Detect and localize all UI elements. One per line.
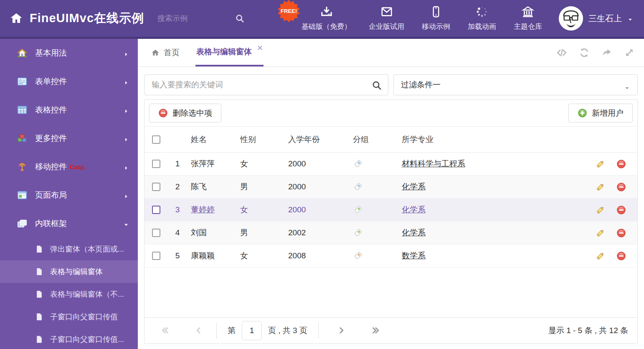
row-index: 5 <box>175 251 180 260</box>
delete-icon[interactable] <box>616 205 626 215</box>
last-page-button[interactable] <box>371 326 380 335</box>
sidebar-item[interactable]: 表单控件 <box>0 67 138 96</box>
layout-icon <box>17 190 28 201</box>
expand-icon[interactable] <box>624 47 635 58</box>
header-nav-label: 移动示例 <box>422 22 450 31</box>
main-content: 首页 表格与编辑窗体 过滤条件一 删除选中项 新增用户 <box>138 39 644 349</box>
corp-badge: Corp. <box>70 163 86 171</box>
header-nav-label: 主题仓库 <box>514 22 542 31</box>
sidebar-subitem[interactable]: 弹出窗体（本页面或... <box>0 238 138 260</box>
sidebar-item[interactable]: 更多控件 <box>0 124 138 153</box>
add-user-button[interactable]: 新增用户 <box>568 104 633 122</box>
record-summary: 显示 1 - 5 条 , 共 12 条 <box>548 325 628 336</box>
table-header: 姓名 性别 入学年份 分组 所学专业 <box>145 127 637 153</box>
frames-icon <box>17 218 28 229</box>
keyword-search-box[interactable] <box>144 74 388 95</box>
search-icon[interactable] <box>235 14 244 23</box>
delete-icon[interactable] <box>616 182 626 192</box>
major-link[interactable]: 化学系 <box>402 228 426 237</box>
header-nav-label: 基础版（免费） <box>302 22 351 31</box>
major-link[interactable]: 化学系 <box>402 205 426 214</box>
form-icon <box>17 76 28 87</box>
sidebar-subitem[interactable]: 子窗口向父窗口传值 <box>0 306 138 328</box>
student-name: 刘国 <box>191 228 207 237</box>
delete-icon[interactable] <box>616 251 626 261</box>
sidebar-item-label: 表单控件 <box>35 76 67 87</box>
first-page-button[interactable] <box>160 326 170 335</box>
next-page-button[interactable] <box>336 326 346 335</box>
major-link[interactable]: 材料科学与工程系 <box>402 159 465 168</box>
sidebar-item[interactable]: 基本用法 <box>0 39 138 67</box>
edit-icon[interactable] <box>596 159 605 169</box>
sidebar-item[interactable]: 页面布局 <box>0 181 138 209</box>
major-link[interactable]: 化学系 <box>402 182 426 191</box>
header-search-input[interactable]: 搜索示例 <box>157 13 244 23</box>
edit-icon[interactable] <box>596 182 605 192</box>
row-checkbox[interactable] <box>152 252 160 260</box>
file-icon <box>35 267 43 276</box>
caret-down-icon <box>624 84 630 88</box>
sidebar-subitem[interactable]: 子窗口向父窗口传值... <box>0 328 138 349</box>
tab-grid-edit-window[interactable]: 表格与编辑窗体 <box>195 39 264 66</box>
cell-gender: 男 <box>237 181 285 192</box>
close-icon[interactable] <box>257 43 263 49</box>
row-index: 1 <box>175 159 180 168</box>
col-gender: 性别 <box>237 134 285 145</box>
plus-circle-icon <box>578 108 587 118</box>
mobile-icon <box>430 5 442 18</box>
sidebar-item[interactable]: 内联框架 <box>0 209 138 238</box>
chevron-down-icon <box>124 221 129 227</box>
select-all-checkbox[interactable] <box>152 135 160 144</box>
major-link[interactable]: 数学系 <box>402 251 426 260</box>
sidebar-subitem-label: 子窗口向父窗口传值... <box>50 334 124 344</box>
delete-icon[interactable] <box>616 159 626 169</box>
prev-page-button[interactable] <box>194 326 204 335</box>
chevron-right-icon <box>124 79 129 84</box>
sidebar-item[interactable]: 移动控件Corp. <box>0 153 138 181</box>
cell-year: 2000 <box>285 159 350 168</box>
row-checkbox[interactable] <box>152 229 160 237</box>
row-checkbox[interactable] <box>152 183 160 191</box>
chevron-right-icon <box>124 192 129 198</box>
header-nav-item[interactable]: 移动示例 <box>422 5 450 31</box>
row-checkbox[interactable] <box>152 206 160 214</box>
edit-icon[interactable] <box>596 228 605 238</box>
code-icon[interactable] <box>556 47 567 58</box>
tab-home[interactable]: 首页 <box>151 39 180 66</box>
page-number-input[interactable] <box>242 321 262 340</box>
free-badge-label: FREE! <box>277 0 300 23</box>
header-nav-item[interactable]: 企业版试用 <box>369 5 404 31</box>
student-name: 陈飞 <box>191 182 207 191</box>
tab-actions <box>556 39 635 66</box>
sidebar-item[interactable]: 表格控件 <box>0 96 138 124</box>
sidebar-subitem[interactable]: 表格与编辑窗体（不... <box>0 283 138 306</box>
sidebar-item-label: 页面布局 <box>35 190 67 201</box>
row-checkbox[interactable] <box>152 160 160 168</box>
row-index: 2 <box>175 182 180 191</box>
header-nav-item[interactable]: FREE!基础版（免费） <box>302 5 351 31</box>
delete-selected-button[interactable]: 删除选中项 <box>149 104 221 122</box>
file-icon <box>35 290 43 299</box>
filter-dropdown[interactable]: 过滤条件一 <box>393 74 638 95</box>
share-icon[interactable] <box>601 47 612 58</box>
avatar[interactable] <box>559 6 583 31</box>
sidebar-item-label: 表格控件 <box>35 104 67 115</box>
tag-icon <box>353 251 363 261</box>
table-row: 1张萍萍女2000材料科学与工程系 <box>145 153 637 176</box>
header-nav-item[interactable]: 主题仓库 <box>514 5 542 31</box>
page-label-prefix: 第 <box>228 325 236 336</box>
header-nav-item[interactable]: 加载动画 <box>468 5 496 31</box>
sidebar-subitem[interactable]: 表格与编辑窗体 <box>0 260 138 283</box>
user-menu[interactable]: 三生石上 <box>559 6 633 31</box>
edit-icon[interactable] <box>596 205 605 215</box>
search-icon[interactable] <box>372 80 382 90</box>
cell-gender: 男 <box>237 227 285 238</box>
refresh-icon[interactable] <box>579 47 590 58</box>
cell-year: 2002 <box>285 228 350 237</box>
delete-icon[interactable] <box>616 228 626 238</box>
keyword-input[interactable] <box>152 80 366 89</box>
student-name: 董婷婷 <box>191 205 215 214</box>
user-name: 三生石上 <box>588 13 622 24</box>
home-icon[interactable] <box>9 12 23 25</box>
edit-icon[interactable] <box>596 251 605 261</box>
